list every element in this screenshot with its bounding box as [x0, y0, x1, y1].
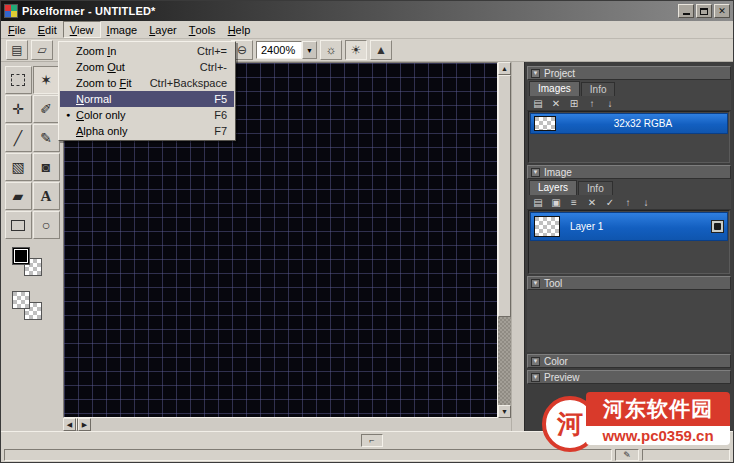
move-layer-down-button[interactable]: ↓ — [640, 197, 652, 208]
new-layer-button[interactable]: ▤ — [532, 197, 544, 208]
image-list-item[interactable]: 32x32 RGBA — [530, 113, 728, 134]
preview-panel-header[interactable]: ▼ Preview — [527, 370, 731, 384]
new-document-button[interactable]: ▤ — [6, 40, 28, 60]
window-title: Pixelformer - UNTITLED* — [22, 5, 674, 17]
menu-item-zoom-to-fit[interactable]: Zoom to Fit Ctrl+Backspace — [60, 75, 234, 91]
images-list: 32x32 RGBA — [528, 111, 730, 163]
menu-edit[interactable]: Edit — [32, 21, 63, 38]
line-icon: ╱ — [14, 130, 22, 146]
zoom-level-value[interactable]: 2400% — [256, 41, 302, 59]
color-panel-header[interactable]: ▼ Color — [527, 354, 731, 368]
menu-item-alpha-only[interactable]: Alpha only F7 — [60, 123, 234, 139]
menu-item-color-only[interactable]: ● Color only F6 — [60, 107, 234, 123]
text-tool[interactable]: A — [33, 182, 60, 210]
menu-tools[interactable]: Tools — [183, 21, 222, 38]
fill-tool[interactable]: ◙ — [33, 153, 60, 181]
zoom-level-combobox[interactable]: 2400% ▼ — [256, 41, 317, 59]
title-bar: Pixelformer - UNTITLED* ✕ — [1, 1, 733, 21]
open-folder-icon: ▱ — [37, 43, 46, 57]
text-icon: A — [41, 188, 52, 205]
move-layer-up-button[interactable]: ↑ — [622, 197, 634, 208]
duplicate-layer-button[interactable]: ▣ — [550, 197, 562, 208]
layer-visibility-button[interactable]: ✓ — [604, 197, 616, 208]
background-pattern-button[interactable]: ▲ — [370, 40, 392, 60]
collapse-tool-icon[interactable]: ▼ — [531, 279, 540, 288]
watermark-site-name: 河东软件园 — [586, 392, 730, 426]
move-image-down-button[interactable]: ↓ — [604, 98, 616, 109]
move-icon: ✛ — [12, 101, 24, 117]
close-button[interactable]: ✕ — [714, 4, 730, 18]
delete-layer-button[interactable]: ✕ — [586, 197, 598, 208]
scroll-right-button[interactable]: ▶ — [78, 418, 91, 431]
collapse-color-icon[interactable]: ▼ — [531, 357, 540, 366]
status-message-pane — [4, 449, 612, 461]
arrow-up-icon: ▲ — [501, 65, 508, 72]
tab-project-info[interactable]: Info — [581, 82, 616, 96]
radio-bullet-icon: ● — [60, 107, 76, 123]
scroll-down-button[interactable]: ▼ — [498, 405, 511, 418]
maximize-button[interactable] — [696, 4, 712, 18]
project-mini-toolbar: ▤ ✕ ⊞ ↑ ↓ — [527, 96, 731, 111]
image-panel-header[interactable]: ▼ Image — [527, 165, 731, 179]
app-icon — [4, 4, 18, 18]
menu-help[interactable]: Help — [222, 21, 257, 38]
tab-images[interactable]: Images — [529, 81, 580, 96]
vertical-scroll-thumb[interactable] — [498, 75, 511, 317]
resize-image-button[interactable]: ⊞ — [568, 98, 580, 109]
rect-select-tool[interactable] — [5, 66, 32, 94]
scrollbar-corner — [91, 418, 104, 431]
menu-item-normal[interactable]: Normal F5 — [60, 91, 234, 107]
color-view-button[interactable]: ☀ — [345, 40, 367, 60]
zoom-dropdown-button[interactable]: ▼ — [302, 41, 317, 59]
delete-image-button[interactable]: ✕ — [550, 98, 562, 109]
open-document-button[interactable]: ▱ — [31, 40, 53, 60]
pencil-tool[interactable]: ✎ — [33, 124, 60, 152]
minimize-button[interactable] — [678, 4, 694, 18]
new-image-button[interactable]: ▤ — [532, 98, 544, 109]
dim-sun-icon: ☼ — [326, 43, 337, 57]
alpha-view-button[interactable]: ☼ — [320, 40, 342, 60]
transparent-swatch-front[interactable] — [12, 291, 30, 309]
project-panel-header[interactable]: ▼ Project — [527, 66, 731, 80]
vertical-scrollbar[interactable]: ▲ ▼ — [498, 62, 511, 418]
tool-panel-header[interactable]: ▼ Tool — [527, 276, 731, 290]
eraser-tool[interactable]: ▰ — [5, 182, 32, 210]
collapse-project-icon[interactable]: ▼ — [531, 69, 540, 78]
tab-image-info[interactable]: Info — [578, 181, 613, 195]
menu-item-zoom-in[interactable]: Zoom In Ctrl+= — [60, 43, 234, 59]
eyedropper-tool[interactable]: ✐ — [33, 95, 60, 123]
chevron-down-icon: ▼ — [306, 47, 313, 54]
menu-item-zoom-out[interactable]: Zoom Out Ctrl+- — [60, 59, 234, 75]
scroll-left-button[interactable]: ◀ — [63, 418, 76, 431]
magic-wand-tool[interactable]: ✶ — [33, 66, 60, 94]
menu-file[interactable]: File — [2, 21, 32, 38]
move-tool[interactable]: ✛ — [5, 95, 32, 123]
tool-panel-body — [527, 290, 731, 352]
rectangle-icon — [11, 220, 25, 231]
collapse-image-icon[interactable]: ▼ — [531, 168, 540, 177]
collapse-preview-icon[interactable]: ▼ — [531, 373, 540, 382]
tab-layers[interactable]: Layers — [529, 180, 577, 195]
menu-layer[interactable]: Layer — [143, 21, 183, 38]
scroll-up-button[interactable]: ▲ — [498, 62, 511, 75]
app-window: Pixelformer - UNTITLED* ✕ File Edit View… — [0, 0, 734, 463]
color-swatches — [6, 247, 58, 343]
layer-blend-indicator[interactable] — [711, 220, 724, 233]
foreground-color-swatch[interactable] — [12, 247, 30, 265]
menu-bar: File Edit View Image Layer Tools Help — [1, 21, 733, 39]
ellipse-tool[interactable]: ○ — [33, 211, 60, 239]
menu-image[interactable]: Image — [101, 21, 144, 38]
rectangle-tool[interactable] — [5, 211, 32, 239]
dock-splitter[interactable] — [511, 62, 524, 431]
vertical-scroll-track[interactable] — [498, 317, 511, 405]
close-icon: ✕ — [718, 7, 726, 16]
horizontal-scrollbar[interactable]: ◀ ▶ — [63, 418, 91, 431]
layer-list-item[interactable]: Layer 1 — [530, 212, 728, 241]
menu-view[interactable]: View — [63, 21, 101, 38]
minimize-icon — [683, 13, 690, 15]
merge-layer-button[interactable]: ≡ — [568, 197, 580, 208]
line-tool[interactable]: ╱ — [5, 124, 32, 152]
bright-sun-icon: ☀ — [351, 43, 362, 57]
gradient-tool[interactable]: ▧ — [5, 153, 32, 181]
move-image-up-button[interactable]: ↑ — [586, 98, 598, 109]
